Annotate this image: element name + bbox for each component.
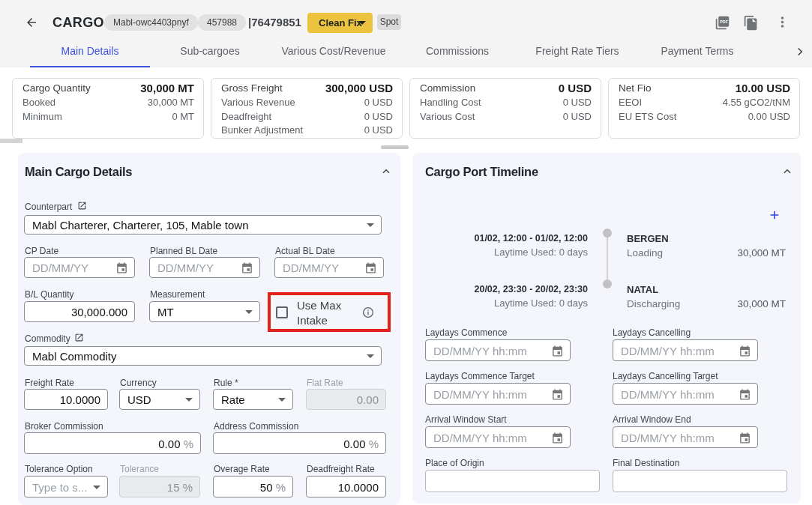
svg-text:PDF: PDF: [720, 19, 729, 24]
